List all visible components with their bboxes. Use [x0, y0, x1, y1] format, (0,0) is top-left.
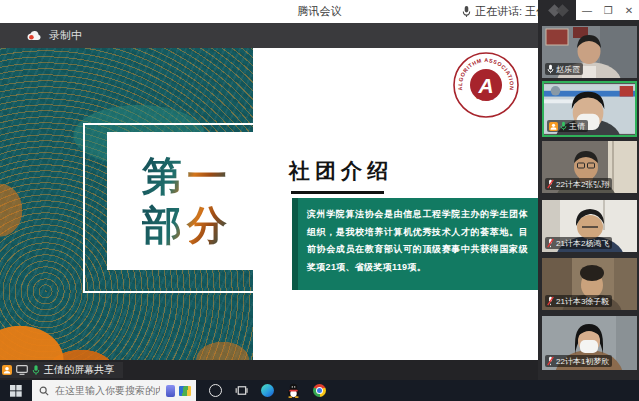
title-underline: [291, 191, 384, 194]
shared-slide: 第一 部分 社团介绍 滨州学院算法协会是由信息工程学院主办的学生团体组织，是我校…: [0, 48, 540, 360]
participant-video-1[interactable]: 赵乐霞: [542, 26, 637, 78]
recording-bar: 录制中: [0, 23, 540, 48]
participant-name: 22计本1初梦欣: [556, 357, 609, 366]
slide-body-text: 滨州学院算法协会是由信息工程学院主办的学生团体组织，是我校培养计算机优秀技术人才…: [307, 206, 528, 276]
participant-name-tag: 22计本1初梦欣: [545, 355, 612, 367]
participant-name: 21计本3徐子毅: [556, 297, 609, 306]
svg-text:A: A: [477, 74, 493, 97]
mic-muted-icon: [547, 356, 554, 366]
participant-name: 赵乐霞: [556, 65, 580, 74]
slide-title: 社团介绍: [289, 157, 393, 185]
speaking-text: 正在讲话: 王倩: [475, 4, 547, 19]
mic-muted-icon: [547, 238, 554, 248]
host-badge-icon: [2, 365, 12, 375]
cloud-record-icon: [26, 30, 42, 41]
participant-video-5[interactable]: 21计本3徐子毅: [542, 258, 637, 310]
search-highlight-icon[interactable]: [166, 385, 175, 397]
start-button[interactable]: [0, 380, 32, 401]
speaking-indicator: 正在讲话: 王倩: [462, 0, 547, 23]
participant-name: 22计本2张弘翔: [556, 180, 609, 189]
share-banner-text: 王倩的屏幕共享: [44, 363, 114, 377]
participant-video-2-speaking[interactable]: 王倩: [542, 81, 637, 137]
qq-icon[interactable]: [287, 383, 300, 398]
search-icon: [39, 386, 49, 396]
mic-speaking-icon: [560, 121, 567, 131]
section-text-line2: 部分: [142, 201, 232, 250]
minimize-button[interactable]: —: [582, 5, 592, 16]
taskbar-search[interactable]: [32, 380, 196, 401]
participant-name-tag: 21计本3徐子毅: [545, 295, 612, 307]
participant-name: 21计本2杨鸿飞: [556, 239, 609, 248]
windows-logo-icon: [10, 385, 22, 397]
participant-name-tag: 赵乐霞: [545, 63, 583, 75]
chrome-icon[interactable]: [313, 384, 326, 397]
windows-taskbar: ∧ 中 16:05 2022/10/16 2: [0, 380, 639, 401]
screen-share-banner: 王倩的屏幕共享: [0, 362, 123, 378]
close-button[interactable]: ✕: [625, 5, 633, 16]
mic-on-icon: [547, 64, 554, 74]
tencent-meeting-window: 腾讯会议 正在讲话: 王倩 录制中 第一 部分 社团介绍 滨州学院算法协会是由信…: [0, 0, 639, 401]
search-news-icon[interactable]: [179, 386, 191, 396]
window-controls: — ❐ ✕: [576, 0, 639, 20]
task-view-icon[interactable]: [235, 384, 248, 397]
participant-video-3[interactable]: 22计本2张弘翔: [542, 141, 637, 193]
participant-name-tag: 王倩: [547, 120, 588, 132]
video-panel: 赵乐霞 王倩: [538, 0, 639, 380]
search-input[interactable]: [53, 384, 162, 397]
mic-muted-icon: [547, 296, 554, 306]
participant-video-4[interactable]: 21计本2杨鸿飞: [542, 200, 637, 252]
cortana-icon[interactable]: [209, 384, 222, 397]
slide-section-box: 第一 部分: [107, 132, 267, 270]
mic-muted-icon: [547, 179, 554, 189]
maximize-button[interactable]: ❐: [604, 5, 613, 16]
edge-browser-icon[interactable]: [261, 384, 274, 397]
recording-label: 录制中: [49, 28, 82, 43]
mic-on-icon: [32, 364, 40, 376]
taskbar-apps: [209, 383, 326, 398]
section-text-line1: 第一: [142, 152, 232, 201]
screen-share-icon: [16, 365, 28, 375]
host-badge-icon: [549, 122, 558, 131]
participant-name-tag: 21计本2杨鸿飞: [545, 237, 612, 249]
algorithm-association-logo: ALGORITHM ASSOCIATION 2021 A: [452, 51, 520, 119]
tencent-meeting-logo: [544, 3, 578, 19]
participant-video-6[interactable]: ELEVIATE 22计本1初梦欣: [542, 316, 637, 370]
slide-body-box: 滨州学院算法协会是由信息工程学院主办的学生团体组织，是我校培养计算机优秀技术人才…: [292, 198, 538, 290]
participant-name-tag: 22计本2张弘翔: [545, 178, 612, 190]
participant-name: 王倩: [569, 122, 585, 131]
mic-icon: [462, 5, 471, 18]
